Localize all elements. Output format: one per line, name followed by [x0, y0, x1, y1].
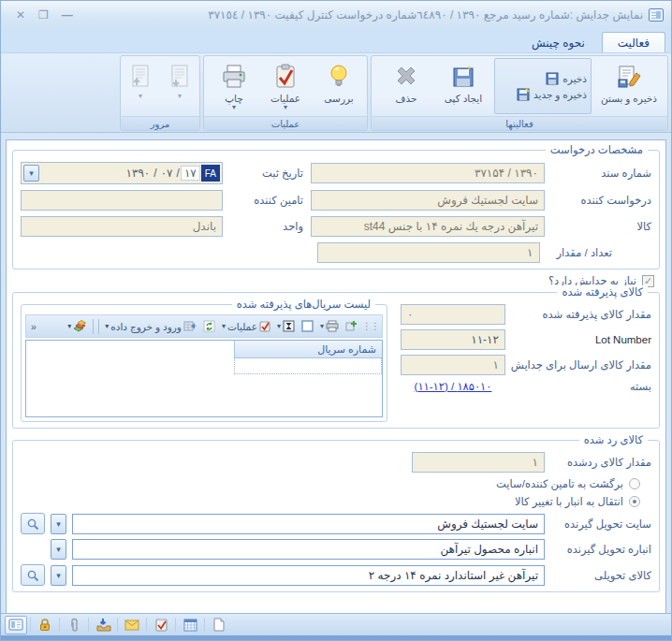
- review-button[interactable]: بررسی: [314, 58, 364, 114]
- import-export-button[interactable]: ورود و خروج داده ▾: [103, 319, 198, 333]
- receiver-site-dropdown-button[interactable]: ▾: [51, 514, 66, 534]
- tasks-button[interactable]: [150, 616, 172, 634]
- save-button-stack: ذخیره ذخیره و جدید: [494, 58, 592, 114]
- toolbar-separator: [175, 618, 176, 632]
- delivered-item-dropdown-button[interactable]: ▾: [51, 565, 66, 586]
- chevron-down-icon: ▾: [56, 571, 61, 580]
- save-button[interactable]: ذخیره: [499, 72, 587, 85]
- date-dropdown-button[interactable]: ▾: [23, 165, 39, 182]
- browse-prev-button[interactable]: ▾: [124, 58, 156, 114]
- ribbon-group-browse-body: ▾ ▾: [121, 56, 199, 116]
- toolbar-grip-handle[interactable]: ⋮⋮: [362, 321, 379, 331]
- print-list-button[interactable]: ▾: [318, 319, 341, 333]
- inbox-down-icon: [95, 618, 111, 632]
- maximize-button[interactable]: ❐: [38, 9, 49, 21]
- supplier-field: [21, 190, 223, 211]
- delivered-item-combo[interactable]: تیرآهن غیر استاندارد نمره ۱۴ درجه ۲: [72, 565, 545, 586]
- bottom-toolbar: [1, 613, 671, 635]
- tab-activity[interactable]: فعالیت: [602, 32, 665, 52]
- clipboard-check-icon: [273, 61, 298, 93]
- ribbon-group-browse-caption: مرور: [121, 116, 199, 130]
- minimize-button[interactable]: —: [62, 9, 73, 21]
- lock-icon: [38, 618, 51, 632]
- calendar-button[interactable]: [179, 616, 201, 634]
- document-button[interactable]: [208, 616, 230, 634]
- frame-view-button[interactable]: [299, 319, 315, 333]
- date-year-segment[interactable]: ۱۳۹۰: [124, 167, 153, 180]
- transfer-to-warehouse-option[interactable]: انتقال به انبار با تغییر کالا: [21, 495, 651, 508]
- close-button[interactable]: ✕: [16, 9, 25, 21]
- quantity-label: تعداد / مقدار: [557, 246, 612, 259]
- receiver-site-combo[interactable]: سایت لجستیك فروش: [72, 514, 545, 534]
- save-and-close-button[interactable]: ذخیره و بستن: [593, 58, 665, 114]
- requester-label: درخواست کننده: [552, 194, 651, 207]
- refresh-button[interactable]: [201, 319, 217, 333]
- doc-number-label: شماره سند: [552, 167, 651, 180]
- title-bar: نمایش جدایش :شماره رسید مرجع ۱۳۹۰ / ٦٤٨٩…: [1, 1, 671, 29]
- layout-layers-button[interactable]: ▾: [66, 319, 89, 333]
- create-copy-button[interactable]: ایجاد کپی: [434, 58, 492, 114]
- serial-number-column-header[interactable]: شماره سریال: [234, 341, 382, 358]
- browse-next-button[interactable]: ▾: [164, 58, 196, 114]
- save-and-new-label: ذخیره و جدید: [533, 89, 587, 100]
- sent-qty-label: مقدار کالای ارسال برای جدایش: [511, 358, 651, 371]
- save-and-close-label: ذخیره و بستن: [601, 93, 657, 104]
- delivered-item-search-button[interactable]: [21, 564, 45, 586]
- return-to-supplier-option[interactable]: برگشت به تامین کننده/سایت: [21, 477, 651, 490]
- form-view-button[interactable]: [5, 616, 27, 634]
- serials-grid[interactable]: شماره سریال: [25, 340, 383, 417]
- chevron-down-icon: ▾: [29, 168, 34, 178]
- save-and-new-button[interactable]: ذخیره و جدید: [499, 88, 587, 101]
- register-date-field[interactable]: FA ۱۷ / ۰۷ / ۱۳۹۰ ▾: [21, 162, 223, 184]
- add-record-icon: [345, 320, 358, 332]
- attachment-button[interactable]: [63, 616, 85, 634]
- tab-arrangement[interactable]: نحوه چینش: [517, 33, 600, 52]
- receiver-warehouse-dropdown-button[interactable]: ▾: [51, 539, 66, 560]
- save-new-icon: [517, 88, 530, 101]
- archive-button[interactable]: [92, 616, 114, 634]
- accepted-goods-content: مقدار کالای پذیرفته شده ۰ Lot Number ۱۱-…: [21, 304, 651, 422]
- delete-button[interactable]: حذف: [380, 58, 432, 114]
- transfer-to-warehouse-radio[interactable]: [629, 496, 640, 507]
- review-label: بررسی: [324, 93, 353, 104]
- register-date-label: تاریخ ثبت: [230, 167, 303, 180]
- check-icon: ✓: [644, 276, 652, 286]
- date-locale-badge: FA: [201, 165, 220, 182]
- sent-qty-row: مقدار کالای ارسال برای جدایش ۱: [393, 355, 651, 375]
- summary-button[interactable]: ▾: [275, 319, 297, 333]
- envelope-icon: [124, 619, 139, 631]
- serials-operations-dropdown-icon: ▾: [222, 322, 226, 330]
- ribbon-group-operations-body: بررسی عملیات ▾ چاپ ▾: [204, 56, 367, 116]
- add-record-button[interactable]: [343, 319, 359, 333]
- unit-field: باندل: [21, 216, 223, 237]
- rejected-goods-groupbox: کالای رد شده مقدار کالای ردشده ۱ برگشت ب…: [12, 440, 660, 592]
- accepted-goods-fields: مقدار کالای پذیرفته شده ۰ Lot Number ۱۱-…: [393, 304, 651, 393]
- return-to-supplier-radio[interactable]: [629, 478, 640, 489]
- layers-icon: [73, 320, 87, 332]
- mail-button[interactable]: [121, 616, 143, 634]
- date-month-segment[interactable]: ۰۷: [158, 167, 176, 180]
- serials-grid-empty-row[interactable]: [234, 358, 382, 374]
- quantity-field: ۱: [317, 242, 540, 263]
- request-specs-caption: مشخصات درخواست: [546, 143, 648, 156]
- operations-dropdown-arrow-icon: ▾: [284, 104, 287, 111]
- receiver-warehouse-combo[interactable]: انباره محصول تیرآهن: [72, 539, 545, 560]
- search-icon: [26, 517, 39, 531]
- import-export-dropdown-icon: ▾: [105, 322, 109, 330]
- date-day-segment[interactable]: ۱۷: [181, 166, 200, 181]
- delivered-item-row: کالای تحویلی تیرآهن غیر استاندارد نمره ۱…: [21, 564, 651, 586]
- accepted-qty-field: ۰: [401, 304, 505, 325]
- package-link[interactable]: ۱۸۵۰۱۰ / (۱۱-۱۲): [401, 380, 505, 393]
- toolbar-overflow-button[interactable]: «: [29, 320, 38, 333]
- chevron-down-icon: ▾: [56, 519, 61, 529]
- serials-operations-button[interactable]: عملیات ▾: [220, 319, 272, 333]
- toolbar-separator: [93, 319, 94, 334]
- date-separator: /: [177, 167, 180, 180]
- print-button[interactable]: چاپ ▾: [211, 58, 257, 114]
- receiver-site-search-button[interactable]: [21, 513, 45, 534]
- toolbar-separator: [98, 319, 99, 334]
- operations-menu-button[interactable]: عملیات ▾: [259, 58, 312, 114]
- lock-button[interactable]: [34, 616, 56, 634]
- delivered-item-label: کالای تحویلی: [550, 569, 651, 582]
- rejected-goods-caption: کالای رد شده: [579, 433, 648, 446]
